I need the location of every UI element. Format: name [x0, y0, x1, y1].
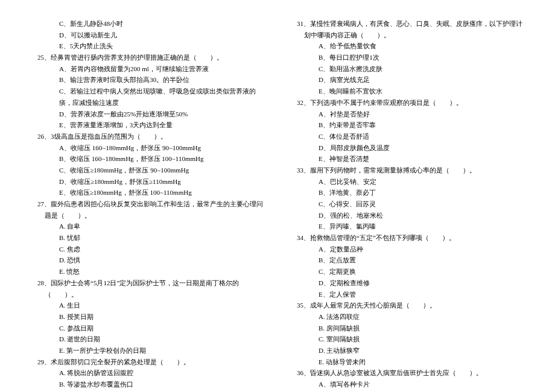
q25-option-e: E、营养液量逐渐增加，3天内达到全量	[30, 119, 265, 131]
q34-option-a: A、定数量品种	[290, 244, 525, 255]
q35-option-c: C. 室间隔缺损	[290, 334, 525, 345]
q27-option-d: D. 恐惧	[30, 254, 265, 266]
q32-option-e: E、神智是否清楚	[290, 153, 525, 165]
question-31: 31、某慢性肾衰竭病人，有厌食、恶心、口臭、失眠、皮肤瘙痒，以下护理计划中哪项内…	[297, 18, 525, 40]
q26-option-e: E、收缩压≥180mmHg，舒张压 100~110mmHg	[30, 187, 265, 198]
q34-option-d: D、定期检查维修	[290, 277, 525, 289]
right-column: 31、某慢性肾衰竭病人，有厌食、恶心、口臭、失眠、皮肤瘙痒，以下护理计划中哪项内…	[290, 18, 525, 392]
q34-option-e: E、定人保管	[290, 289, 525, 300]
q26-option-b: B、收缩压 160~180mmHg，舒张压 100~110mmHg	[30, 153, 265, 165]
question-29: 29、术后腹部切口完全裂开的紧急处理是（ ）。	[37, 356, 265, 368]
q36-option-a: A、填写各种卡片	[290, 379, 525, 390]
q26-option-a: A、收缩压 160~180mmHg，舒张压 90~100mmHg	[30, 142, 265, 154]
question-25: 25、经鼻胃管进行肠内营养支持的护理措施正确的是（ ）。	[37, 52, 265, 63]
question-32: 32、下列选项中不属于约束带应观察的项目是（ ）。	[297, 97, 525, 109]
q32-option-b: B、约束带是否牢靠	[290, 119, 525, 131]
q25-option-a: A、若胃内容物残留量为200 ml，可继续输注营养液	[30, 63, 265, 75]
question-26: 26、3级高血压是指血压的范围为（ ）。	[37, 131, 265, 142]
question-28: 28、国际护士会将“5月12日”定为国际护士节，这一日期是南丁格尔的（ ）。	[37, 277, 265, 300]
q33-option-b: B、洋地黄、萘必丁	[290, 187, 525, 198]
q32-option-a: A、衬垫是否垫好	[290, 109, 525, 120]
question-27: 27、腹外疝患者因担心疝块反复突出影响工作和生活，最常产生的主要心理问题是（ ）…	[37, 198, 265, 221]
option-d: D、可以搬动新生儿	[30, 30, 265, 41]
q28-option-b: B. 授奖日期	[30, 311, 265, 323]
q31-option-e: E、晚间睡前不宜饮水	[290, 86, 525, 97]
q32-option-d: D、局部皮肤颜色及温度	[290, 142, 525, 154]
q35-option-a: A. 法洛四联症	[290, 311, 525, 323]
q29-option-a: A. 将脱出的肠管送回腹腔	[30, 367, 265, 379]
q25-option-c: C、若输注过程中病人突然出现咳嗽、呼吸急促或咳出类似营养液的痰，应减慢输注速度	[30, 86, 265, 108]
q35-option-b: B. 房间隔缺损	[290, 323, 525, 334]
q28-option-c: C. 参战日期	[30, 323, 265, 334]
option-c: C、新生儿静卧48小时	[30, 18, 265, 30]
question-35: 35、成年人最常见的先天性心脏病是（ ）。	[297, 300, 525, 311]
q25-option-d: D、营养液浓度一般由25%开始逐渐增至50%	[30, 109, 265, 120]
q31-option-b: B、每日口腔护理1次	[290, 52, 525, 63]
q25-option-b: B、输注营养液时应取头部抬高30。的半卧位	[30, 74, 265, 86]
q35-option-d: D. 主动脉狭窄	[290, 345, 525, 356]
q26-option-d: D、收缩压≥180mmHg，舒张压≥110mmHg	[30, 176, 265, 188]
question-33: 33、服用下列药物时，需常规测量脉搏或心率的是（ ）。	[297, 165, 525, 176]
q27-option-c: C. 焦虑	[30, 244, 265, 255]
q32-option-c: C、体位是否舒适	[290, 131, 525, 142]
q27-option-b: B. 忧郁	[30, 232, 265, 244]
q33-option-e: E、异丙嗪、氯丙嗪	[290, 221, 525, 232]
left-column: C、新生儿静卧48小时 D、可以搬动新生儿 E、5天内禁止洗头 25、经鼻胃管进…	[30, 18, 265, 392]
q27-option-e: E. 愤怒	[30, 266, 265, 277]
question-36: 36、昏迷病人从急诊室被送入病室后值班护士首先应（ ）。	[297, 367, 525, 379]
q31-option-a: A、给予低热量饮食	[290, 40, 525, 52]
question-34: 34、抢救物品管理的“五定”不包括下列哪项（ ）。	[297, 232, 525, 244]
q33-option-a: A、巴比妥钠、安定	[290, 176, 525, 188]
q34-option-b: B、定点放置	[290, 254, 525, 266]
q34-option-c: C、定期更换	[290, 266, 525, 277]
q33-option-d: D、强的松、地塞米松	[290, 210, 525, 221]
q33-option-c: C、心得安、回苏灵	[290, 198, 525, 210]
q28-option-d: D. 逝世的日期	[30, 334, 265, 345]
q31-option-c: C、勤用温水擦洗皮肤	[290, 63, 525, 75]
q28-option-e: E. 第一所护士学校创办的日期	[30, 345, 265, 356]
option-e: E、5天内禁止洗头	[30, 40, 265, 52]
q31-option-d: D、病室光线充足	[290, 74, 525, 86]
q27-option-a: A. 自卑	[30, 221, 265, 232]
q29-option-b: B. 等渗盐水纱布覆盖伤口	[30, 379, 265, 390]
q26-option-c: C、收缩压≥180mmHg，舒张压 90~100mmHg	[30, 165, 265, 176]
q35-option-e: E. 动脉导管未闭	[290, 356, 525, 368]
q28-option-a: A. 生日	[30, 300, 265, 311]
